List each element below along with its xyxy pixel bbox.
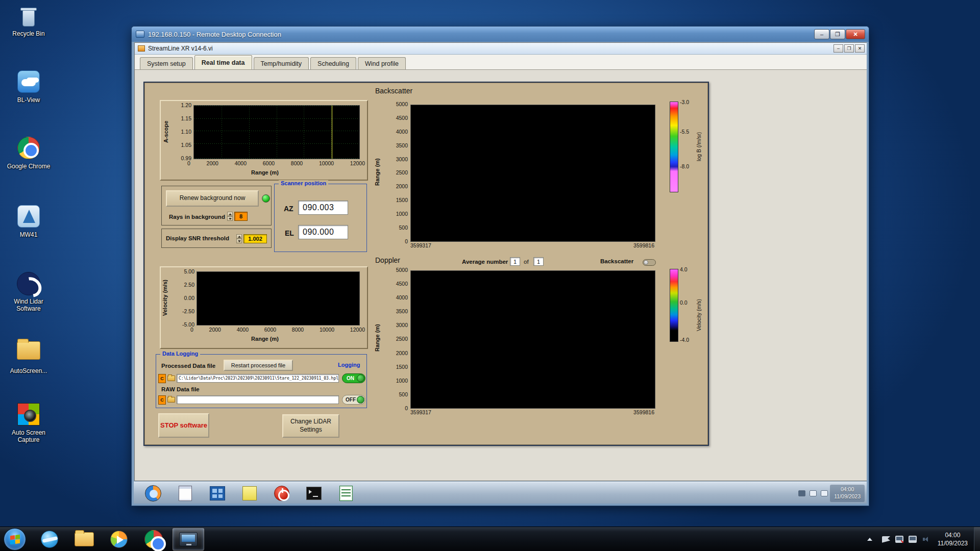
rdp-icon <box>179 532 198 546</box>
tick-label: 500 <box>399 391 408 397</box>
app-minimize-button[interactable]: – <box>834 44 843 53</box>
taskbar-ie[interactable] <box>34 528 65 550</box>
close-button[interactable]: ✕ <box>846 29 865 39</box>
backscatter-y-ticks: 5000450040003500300025002000150010005000 <box>383 101 408 244</box>
desktop-icon-label: BL-View <box>4 97 53 104</box>
tab-scheduling[interactable]: Scheduling <box>310 57 356 69</box>
tick-label: 5.00 <box>184 268 194 274</box>
desktop-icon-bl-view[interactable]: BL-View <box>4 69 53 104</box>
desktop-icon-auto-screen-capture[interactable]: Auto Screen Capture <box>4 402 53 444</box>
doppler-title: Doppler <box>375 256 421 264</box>
command-prompt-icon <box>306 487 322 500</box>
taskbar: 04:00 11/09/2023 <box>0 527 980 551</box>
desktop-icon-label: AutoScreen... <box>4 368 53 375</box>
remote-taskbar-notes[interactable] <box>239 484 260 503</box>
rdp-window-title: 192.168.0.150 - Remote Desktop Connectio… <box>148 31 281 38</box>
hidden-icons-arrow[interactable] <box>867 538 872 541</box>
network-status-icon[interactable] <box>895 536 903 543</box>
average-total-field[interactable]: 1 <box>533 257 544 266</box>
snr-threshold-field[interactable]: 1.002 <box>243 234 267 243</box>
el-field[interactable]: 090.000 <box>298 225 348 239</box>
restart-processed-file-button[interactable]: Restart processed file <box>224 360 293 371</box>
tick-label: 3500 <box>396 308 408 314</box>
start-button[interactable] <box>4 528 26 550</box>
remote-taskbar-notepad[interactable] <box>175 484 195 503</box>
az-field[interactable]: 090.003 <box>298 201 348 215</box>
app-close-button[interactable]: ✕ <box>855 44 865 53</box>
taskbar-explorer[interactable] <box>68 528 100 550</box>
processed-browse-folder-icon[interactable] <box>167 375 175 381</box>
raw-path-field[interactable] <box>177 395 339 404</box>
volume-icon[interactable] <box>922 536 930 543</box>
tick-label: 2.50 <box>184 282 194 288</box>
desktop-icon-mw41[interactable]: MW41 <box>4 204 53 239</box>
desktop-icon-google-chrome[interactable]: Google Chrome <box>4 136 53 170</box>
hidden-icons-icon[interactable] <box>798 490 805 496</box>
remote-clock-date: 11/09/2023 <box>834 493 861 500</box>
doppler-y-ticks: 5000450040003500300025002000150010005000 <box>383 267 408 411</box>
remote-clock[interactable]: 04:00 11/09/2023 <box>830 485 865 502</box>
ie-icon <box>41 531 58 548</box>
volume-icon[interactable] <box>810 490 817 496</box>
scanner-position-group: Scanner position AZ 090.003 EL 090.000 <box>274 184 367 252</box>
tick-label: 3000 <box>396 322 408 328</box>
on-label: ON <box>347 375 354 381</box>
app-restore-button[interactable]: ❐ <box>844 44 854 53</box>
raw-browse-folder-icon[interactable] <box>167 397 175 403</box>
desktop-icon-wind-lidar[interactable]: Wind Lidar Software <box>4 271 53 313</box>
tick-label: 6000 <box>264 327 276 333</box>
processed-drive-box[interactable]: C <box>158 374 166 383</box>
desktop-icon-autoscreen[interactable]: AutoScreen... <box>4 338 53 375</box>
taskbar-chrome[interactable] <box>138 528 169 550</box>
raw-logging-toggle[interactable]: OFF <box>342 395 365 405</box>
notepad-icon <box>179 486 192 501</box>
desktop-icon-recycle-bin[interactable]: Recycle Bin <box>4 4 53 38</box>
spreadsheet-icon <box>339 486 353 501</box>
show-desktop-button[interactable] <box>974 527 980 551</box>
remote-taskbar-power[interactable] <box>272 484 292 503</box>
data-logging-title: Data Logging <box>160 350 200 357</box>
tick-label: 12000 <box>350 160 365 166</box>
action-center-flag-icon[interactable] <box>882 535 890 543</box>
tick-label: 5000 <box>396 101 408 107</box>
desktop: Recycle Bin BL-View Google Chrome MW41 W… <box>0 0 980 551</box>
tab-temp-humidity[interactable]: Temp/humidity <box>254 57 309 69</box>
tick-label: 10000 <box>319 160 334 166</box>
backscatter-display-toggle[interactable] <box>643 259 656 266</box>
tick-label: 0 <box>405 405 408 411</box>
display-icon[interactable] <box>909 536 917 543</box>
tab-real-time-data[interactable]: Real time data <box>194 55 252 69</box>
renew-background-button[interactable]: Renew background now <box>166 190 259 207</box>
raw-drive-box[interactable]: C <box>158 395 166 405</box>
taskbar-clock[interactable]: 04:00 11/09/2023 <box>938 531 968 547</box>
network-icon[interactable] <box>821 490 828 496</box>
rays-in-background-field[interactable]: 8 <box>234 212 248 221</box>
change-lidar-settings-button[interactable]: Change LiDAR Settings <box>282 414 339 438</box>
maximize-button[interactable]: ❐ <box>830 29 845 39</box>
tick-label: 1.05 <box>181 142 191 148</box>
recycle-bin-icon <box>16 4 41 29</box>
taskbar-rdp-active[interactable] <box>173 528 204 550</box>
stop-software-button[interactable]: STOP software <box>158 413 209 438</box>
processed-logging-toggle[interactable]: ON <box>342 373 365 383</box>
doppler-colorbar-label: Velocity (m/s) <box>695 279 703 350</box>
tick-label: 3500 <box>396 142 408 148</box>
tab-wind-profile[interactable]: Wind profile <box>358 57 406 69</box>
app-titlebar[interactable]: StreamLine XR v14-6.vi – ❐ ✕ <box>135 43 867 55</box>
remote-taskbar-spreadsheet[interactable] <box>336 484 356 503</box>
real-time-data-panel: 1.201.151.101.050.99 A-scope 02000400060… <box>143 82 709 446</box>
minimize-button[interactable]: – <box>814 29 829 39</box>
processed-path-field[interactable]: C:\Lidar\Data\Proc\2023\202309\20230911\… <box>177 374 339 383</box>
tick-label: 2000 <box>207 160 218 166</box>
snr-spinner[interactable] <box>236 234 242 243</box>
rays-spinner[interactable] <box>227 212 233 221</box>
remote-taskbar-network-apps[interactable] <box>207 484 228 503</box>
tab-system-setup[interactable]: System setup <box>140 57 193 69</box>
average-number-field[interactable]: 1 <box>510 257 520 266</box>
remote-taskbar-cmd[interactable] <box>304 484 324 503</box>
background-led <box>262 194 270 203</box>
taskbar-media-player[interactable] <box>103 528 135 550</box>
remote-taskbar-browser[interactable] <box>143 484 163 503</box>
doppler-colorbar <box>670 269 678 342</box>
rdp-titlebar[interactable]: 192.168.0.150 - Remote Desktop Connectio… <box>132 27 869 42</box>
